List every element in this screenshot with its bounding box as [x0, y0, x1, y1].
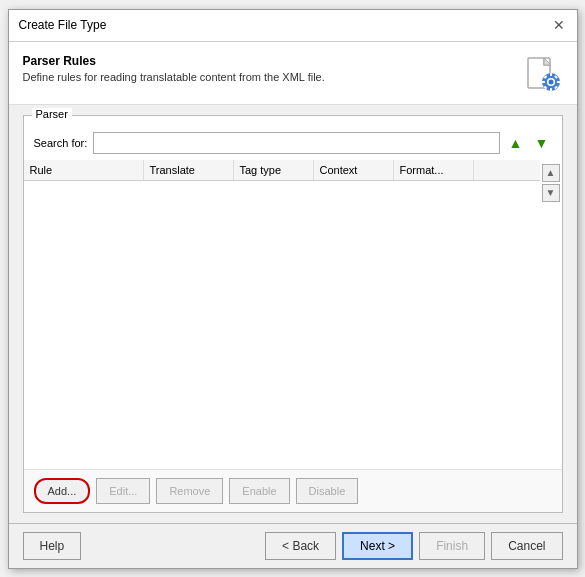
dialog-title: Create File Type — [19, 18, 107, 32]
header-title: Parser Rules — [23, 54, 325, 68]
title-bar: Create File Type ✕ — [9, 10, 577, 42]
dialog-window: Create File Type ✕ Parser Rules Define r… — [8, 9, 578, 569]
file-gear-icon — [525, 56, 561, 92]
help-button[interactable]: Help — [23, 532, 82, 560]
add-button[interactable]: Add... — [34, 478, 91, 504]
close-button[interactable]: ✕ — [551, 17, 567, 33]
header-icon — [523, 54, 563, 94]
footer-row: Help < Back Next > Finish Cancel — [9, 523, 577, 568]
side-up-button[interactable]: ▲ — [542, 164, 560, 182]
disable-button[interactable]: Disable — [296, 478, 359, 504]
col-format: Format... — [394, 160, 474, 180]
finish-button[interactable]: Finish — [419, 532, 485, 560]
svg-point-4 — [548, 79, 553, 84]
svg-rect-7 — [542, 81, 545, 83]
footer-left: Help — [23, 532, 82, 560]
svg-rect-6 — [550, 88, 552, 91]
col-translate: Translate — [144, 160, 234, 180]
search-row: Search for: ▲ ▼ — [24, 126, 562, 160]
group-label: Parser — [32, 108, 72, 120]
side-down-button[interactable]: ▼ — [542, 184, 560, 202]
parser-group: Parser Search for: ▲ ▼ Rule Translate Ta… — [23, 115, 563, 513]
footer-right: < Back Next > Finish Cancel — [265, 532, 562, 560]
remove-button[interactable]: Remove — [156, 478, 223, 504]
action-buttons-row: Add... Edit... Remove Enable Disable — [24, 469, 562, 512]
search-label: Search for: — [34, 137, 88, 149]
header-section: Parser Rules Define rules for reading tr… — [9, 42, 577, 105]
cancel-button[interactable]: Cancel — [491, 532, 562, 560]
back-button[interactable]: < Back — [265, 532, 336, 560]
header-description: Define rules for reading translatable co… — [23, 71, 325, 83]
edit-button[interactable]: Edit... — [96, 478, 150, 504]
table-header: Rule Translate Tag type Context Format..… — [24, 160, 540, 181]
enable-button[interactable]: Enable — [229, 478, 289, 504]
next-button[interactable]: Next > — [342, 532, 413, 560]
col-tag-type: Tag type — [234, 160, 314, 180]
content-area: Parser Search for: ▲ ▼ Rule Translate Ta… — [9, 105, 577, 523]
table-scroll[interactable]: Rule Translate Tag type Context Format..… — [24, 160, 540, 469]
svg-rect-5 — [550, 73, 552, 76]
svg-rect-8 — [557, 81, 560, 83]
table-body — [24, 181, 540, 381]
header-text: Parser Rules Define rules for reading tr… — [23, 54, 325, 83]
table-area: Rule Translate Tag type Context Format..… — [24, 160, 562, 469]
side-arrows: ▲ ▼ — [540, 160, 562, 469]
col-rule: Rule — [24, 160, 144, 180]
move-down-button[interactable]: ▼ — [532, 133, 552, 153]
search-input[interactable] — [93, 132, 499, 154]
move-up-button[interactable]: ▲ — [506, 133, 526, 153]
col-context: Context — [314, 160, 394, 180]
